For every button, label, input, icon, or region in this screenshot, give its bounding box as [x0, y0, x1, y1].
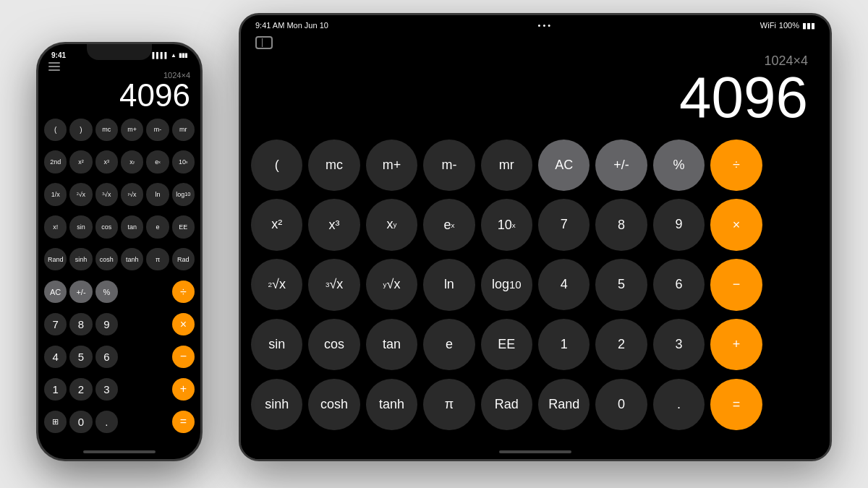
iphone-btn-x2[interactable]: x²: [69, 150, 92, 173]
btn-sin[interactable]: sin: [251, 319, 302, 370]
iphone-btn-4[interactable]: 4: [44, 346, 67, 368]
iphone-btn-close-paren[interactable]: ): [69, 119, 92, 141]
btn-dot[interactable]: .: [653, 379, 705, 430]
iphone-btn-grid[interactable]: ⊞: [44, 411, 67, 433]
btn-3[interactable]: 3: [653, 319, 705, 370]
btn-rand[interactable]: Rand: [538, 379, 590, 430]
iphone-btn-divide[interactable]: ÷: [172, 281, 195, 303]
btn-1[interactable]: 1: [538, 319, 590, 370]
iphone-btn-9[interactable]: 9: [95, 313, 118, 335]
iphone-btn-8[interactable]: 8: [69, 313, 92, 335]
iphone-btn-plusminus[interactable]: +/-: [69, 281, 92, 303]
btn-3sqrtx[interactable]: 3√x: [308, 259, 359, 310]
iphone-btn-rand[interactable]: Rand: [44, 248, 67, 270]
iphone-btn-ee[interactable]: EE: [172, 215, 195, 238]
btn-log10[interactable]: log10: [481, 259, 532, 310]
btn-add[interactable]: +: [710, 319, 762, 370]
iphone-btn-cos[interactable]: cos: [95, 215, 118, 238]
iphone-btn-5[interactable]: 5: [69, 346, 92, 368]
iphone-btn-1[interactable]: 1: [44, 378, 67, 401]
btn-mc[interactable]: mc: [308, 140, 359, 191]
iphone-btn-open-paren[interactable]: (: [44, 119, 67, 141]
iphone-btn-rad[interactable]: Rad: [172, 248, 195, 270]
iphone-btn-sin[interactable]: sin: [69, 215, 92, 238]
iphone-btn-2nd[interactable]: 2nd: [44, 150, 67, 173]
btn-2[interactable]: 2: [595, 319, 647, 370]
iphone-btn-6[interactable]: 6: [95, 346, 118, 368]
btn-open-paren[interactable]: (: [251, 140, 302, 191]
iphone-btn-7[interactable]: 7: [44, 313, 67, 335]
iphone-btn-cosh[interactable]: cosh: [95, 248, 118, 270]
iphone-btn-percent[interactable]: %: [95, 281, 118, 303]
btn-tan[interactable]: tan: [366, 319, 417, 370]
iphone-btn-subtract[interactable]: −: [172, 346, 195, 368]
iphone-btn-mc[interactable]: mc: [95, 119, 118, 141]
iphone-btn-x3[interactable]: x³: [95, 150, 118, 173]
iphone-btn-equals[interactable]: =: [172, 411, 195, 433]
btn-5[interactable]: 5: [595, 259, 647, 310]
iphone-btn-3[interactable]: 3: [95, 378, 118, 401]
btn-sinh[interactable]: sinh: [251, 379, 302, 430]
btn-e[interactable]: e: [423, 319, 475, 370]
btn-cosh[interactable]: cosh: [308, 379, 359, 430]
btn-subtract[interactable]: −: [710, 259, 762, 310]
iphone-btn-tan[interactable]: tan: [121, 215, 143, 238]
btn-xy[interactable]: xy: [366, 199, 417, 250]
ipad-toolbar: [241, 33, 830, 53]
iphone-btn-ysqrtx[interactable]: y√x: [121, 183, 143, 205]
iphone-btn-0[interactable]: 0: [69, 411, 92, 433]
btn-10x[interactable]: 10x: [481, 199, 532, 250]
btn-6[interactable]: 6: [653, 259, 705, 310]
iphone-btn-xfact[interactable]: x!: [44, 215, 67, 238]
iphone-btn-multiply[interactable]: ×: [172, 313, 195, 335]
btn-ex[interactable]: ex: [423, 199, 475, 250]
btn-8[interactable]: 8: [595, 199, 647, 250]
btn-mplus[interactable]: m+: [366, 140, 417, 191]
btn-mr[interactable]: mr: [481, 140, 532, 191]
iphone-btn-ac[interactable]: AC: [44, 281, 67, 303]
btn-multiply[interactable]: ×: [710, 199, 762, 250]
iphone-btn-10x[interactable]: 10x: [172, 150, 195, 173]
iphone-btn-pi[interactable]: π: [146, 248, 169, 270]
btn-percent[interactable]: %: [653, 140, 705, 191]
btn-pi[interactable]: π: [423, 379, 475, 430]
iphone-btn-xy[interactable]: xy: [121, 150, 143, 173]
iphone-btn-ex[interactable]: ex: [146, 150, 169, 173]
iphone-btn-2sqrtx[interactable]: 2√x: [69, 183, 92, 205]
btn-ysqrtx[interactable]: y√x: [366, 259, 417, 310]
iphone-btn-tanh[interactable]: tanh: [121, 248, 143, 270]
btn-9[interactable]: 9: [653, 199, 705, 250]
hamburger-menu-icon[interactable]: [48, 62, 60, 71]
btn-ln[interactable]: ln: [423, 259, 475, 310]
iphone-btn-sinh[interactable]: sinh: [69, 248, 92, 270]
iphone-btn-log10[interactable]: log10: [172, 183, 195, 205]
btn-plusminus[interactable]: +/-: [595, 140, 647, 191]
btn-equals[interactable]: =: [710, 379, 762, 430]
btn-4[interactable]: 4: [538, 259, 590, 310]
iphone-btn-ln[interactable]: ln: [146, 183, 169, 205]
btn-mminus[interactable]: m-: [423, 140, 475, 191]
iphone-btn-mplus[interactable]: m+: [121, 119, 143, 141]
iphone-btn-e[interactable]: e: [146, 215, 169, 238]
iphone-btn-3sqrtx[interactable]: 3√x: [95, 183, 118, 205]
iphone-btn-1x[interactable]: 1/x: [44, 183, 67, 205]
btn-ee[interactable]: EE: [481, 319, 532, 370]
btn-0[interactable]: 0: [595, 379, 647, 430]
btn-x3[interactable]: x³: [308, 199, 359, 250]
btn-2sqrtx[interactable]: 2√x: [251, 259, 302, 310]
btn-7[interactable]: 7: [538, 199, 590, 250]
iphone-btn-2[interactable]: 2: [69, 378, 92, 401]
iphone-btn-add[interactable]: +: [172, 378, 195, 401]
iphone-notch: [87, 44, 152, 60]
iphone-btn-dot[interactable]: .: [95, 411, 118, 433]
btn-ac[interactable]: AC: [538, 140, 590, 191]
btn-divide[interactable]: ÷: [710, 140, 762, 191]
btn-rad[interactable]: Rad: [481, 379, 532, 430]
sidebar-toggle-icon[interactable]: [255, 36, 273, 49]
iphone-btn-mr[interactable]: mr: [172, 119, 195, 141]
btn-tanh[interactable]: tanh: [366, 379, 417, 430]
iphone-btn-mminus[interactable]: m-: [146, 119, 169, 141]
btn-cos[interactable]: cos: [308, 319, 359, 370]
btn-x2[interactable]: x²: [251, 199, 302, 250]
ipad-center-dots: • • •: [538, 21, 551, 30]
